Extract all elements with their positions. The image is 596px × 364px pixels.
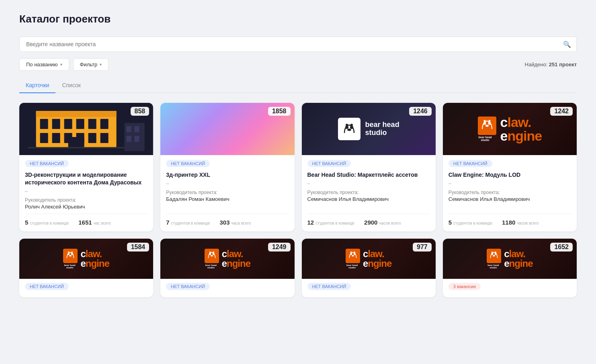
project-card[interactable]: bear headstudio claw.engine 977 НЕТ ВАКА… bbox=[302, 239, 436, 297]
card-lead-label: Руководитель проекта: bbox=[25, 197, 147, 203]
vacancy-badge: НЕТ ВАКАНСИЙ bbox=[449, 160, 492, 167]
found-count: 251 проект bbox=[549, 61, 577, 67]
svg-rect-9 bbox=[40, 133, 48, 143]
svg-point-50 bbox=[354, 252, 355, 253]
svg-point-55 bbox=[492, 252, 493, 253]
card-body: НЕТ ВАКАНСИЙ 3D-реконструкции и моделиро… bbox=[19, 155, 153, 231]
bottom-cards-grid: bear headstudio claw.engine 1584 НЕТ ВАК… bbox=[19, 239, 577, 297]
svg-rect-14 bbox=[100, 133, 109, 143]
hours-label: час всего bbox=[94, 221, 111, 226]
sort-label: По названию bbox=[26, 61, 58, 67]
card-body: НЕТ ВАКАНСИЙ Claw Engine: Модуль LOD – Р… bbox=[443, 155, 577, 231]
sort-chevron-icon: ▾ bbox=[60, 62, 62, 67]
svg-point-31 bbox=[483, 120, 485, 122]
svg-rect-18 bbox=[127, 126, 131, 132]
card-lead-name: Семичаснов Илья Владимирович bbox=[307, 196, 430, 202]
svg-point-23 bbox=[345, 126, 348, 129]
svg-rect-4 bbox=[52, 119, 60, 129]
card-stats: 5 студентов в команде 1651 час всего bbox=[25, 214, 147, 226]
svg-rect-21 bbox=[135, 136, 139, 142]
card-image: bear headstudio claw.engine 1652 bbox=[443, 239, 577, 279]
students-label: студентов в команде bbox=[171, 221, 210, 226]
svg-point-25 bbox=[346, 124, 348, 126]
hours-count: 1651 bbox=[78, 219, 92, 226]
card-id: 977 bbox=[413, 243, 432, 252]
project-card[interactable]: bear headstudio claw.engine 1584 НЕТ ВАК… bbox=[19, 239, 153, 297]
card-lead-label: Руководитель проекта: bbox=[449, 190, 571, 195]
students-count: 7 bbox=[166, 219, 169, 226]
card-image: bear headstudio 1246 bbox=[302, 103, 436, 155]
svg-point-27 bbox=[347, 129, 351, 131]
stat-students: 7 студентов в команде bbox=[166, 219, 210, 226]
search-wrap: 🔍 bbox=[19, 37, 577, 52]
svg-rect-10 bbox=[52, 133, 60, 143]
search-input[interactable] bbox=[19, 37, 577, 52]
card-body: 3 вакансии bbox=[443, 279, 577, 297]
card-title: Claw Engine: Модуль LOD bbox=[449, 171, 571, 179]
card-body: НЕТ ВАКАНСИЙ bbox=[19, 279, 153, 297]
vacancy-badge: НЕТ ВАКАНСИЙ bbox=[307, 160, 351, 167]
filter-label: Фильтр bbox=[80, 61, 98, 67]
card-dash: – bbox=[25, 188, 147, 194]
svg-point-41 bbox=[209, 253, 211, 255]
hours-count: 2900 bbox=[364, 219, 377, 226]
hours-label: часов всего bbox=[379, 221, 401, 226]
search-icon: 🔍 bbox=[563, 41, 571, 48]
card-image: bear headstudio claw.engine 977 bbox=[302, 239, 436, 279]
hours-label: часов всего bbox=[517, 221, 539, 226]
project-card[interactable]: bear headstudio claw.engine 1242 НЕТ ВАК… bbox=[443, 103, 577, 231]
tab-list[interactable]: Список bbox=[55, 79, 87, 93]
svg-point-39 bbox=[70, 255, 72, 256]
card-lead-name: Семичаснов Илья Владимирович bbox=[449, 196, 571, 202]
page-title: Каталог проектов bbox=[19, 13, 577, 25]
vacancy-badge: НЕТ ВАКАНСИЙ bbox=[166, 160, 210, 167]
svg-point-54 bbox=[495, 253, 497, 255]
card-dash: – bbox=[166, 180, 289, 186]
card-stats: 5 студентов в команде 1180 часов всего bbox=[449, 214, 571, 226]
filter-chevron-icon: ▾ bbox=[100, 62, 102, 67]
students-label: студентов в команде bbox=[315, 221, 354, 226]
svg-point-53 bbox=[491, 253, 493, 255]
students-count: 5 bbox=[25, 219, 28, 226]
svg-point-33 bbox=[485, 125, 489, 127]
students-count: 12 bbox=[307, 219, 314, 226]
vacancy-badge: НЕТ ВАКАНСИЙ bbox=[25, 283, 69, 290]
sort-button[interactable]: По названию ▾ bbox=[19, 58, 69, 71]
filter-button[interactable]: Фильтр ▾ bbox=[73, 58, 109, 71]
card-id: 1242 bbox=[550, 107, 573, 116]
card-lead-name: Бадалян Роман Камоевич bbox=[166, 196, 289, 202]
svg-point-37 bbox=[68, 252, 70, 253]
card-dash: – bbox=[307, 180, 430, 186]
svg-point-45 bbox=[211, 255, 213, 256]
card-id: 1584 bbox=[127, 243, 150, 252]
project-card[interactable]: 858 НЕТ ВАКАНСИЙ 3D-реконструкции и моде… bbox=[19, 103, 153, 231]
project-card[interactable]: 1858 НЕТ ВАКАНСИЙ 3д-принтер XXL – Руков… bbox=[160, 103, 294, 231]
svg-rect-15 bbox=[68, 137, 84, 147]
stat-hours: 1180 часов всего bbox=[502, 219, 539, 226]
svg-point-57 bbox=[493, 255, 495, 256]
card-image: 858 bbox=[19, 103, 153, 155]
card-body: НЕТ ВАКАНСИЙ 3д-принтер XXL – Руководите… bbox=[160, 155, 294, 231]
found-text: Найдено: 251 проект bbox=[525, 61, 577, 67]
svg-point-51 bbox=[352, 255, 354, 256]
card-id: 1652 bbox=[550, 243, 573, 252]
found-label: Найдено: bbox=[525, 61, 548, 67]
project-card[interactable]: bear headstudio claw.engine 1249 НЕТ ВАК… bbox=[160, 239, 294, 297]
svg-point-35 bbox=[68, 253, 70, 255]
cards-grid: 858 НЕТ ВАКАНСИЙ 3D-реконструкции и моде… bbox=[19, 103, 577, 231]
vacancy-badge: НЕТ ВАКАНСИЙ bbox=[307, 283, 351, 290]
stat-students: 5 студентов в команде bbox=[25, 219, 69, 226]
card-image: bear headstudio claw.engine 1584 bbox=[19, 239, 153, 279]
card-dash: – bbox=[449, 180, 571, 186]
card-title: 3д-принтер XXL bbox=[166, 171, 289, 179]
svg-point-56 bbox=[495, 252, 497, 253]
card-image: 1858 bbox=[160, 103, 294, 155]
project-card[interactable]: bear headstudio claw.engine 1652 3 вакан… bbox=[443, 239, 577, 297]
card-id: 1246 bbox=[409, 107, 432, 116]
card-id: 858 bbox=[131, 107, 150, 116]
svg-rect-13 bbox=[88, 133, 96, 143]
project-card[interactable]: bear headstudio 1246 НЕТ ВАКАНСИЙ Bear H… bbox=[302, 103, 436, 231]
card-id: 1858 bbox=[268, 107, 291, 116]
tab-cards[interactable]: Карточки bbox=[19, 79, 55, 93]
svg-point-30 bbox=[488, 122, 491, 125]
